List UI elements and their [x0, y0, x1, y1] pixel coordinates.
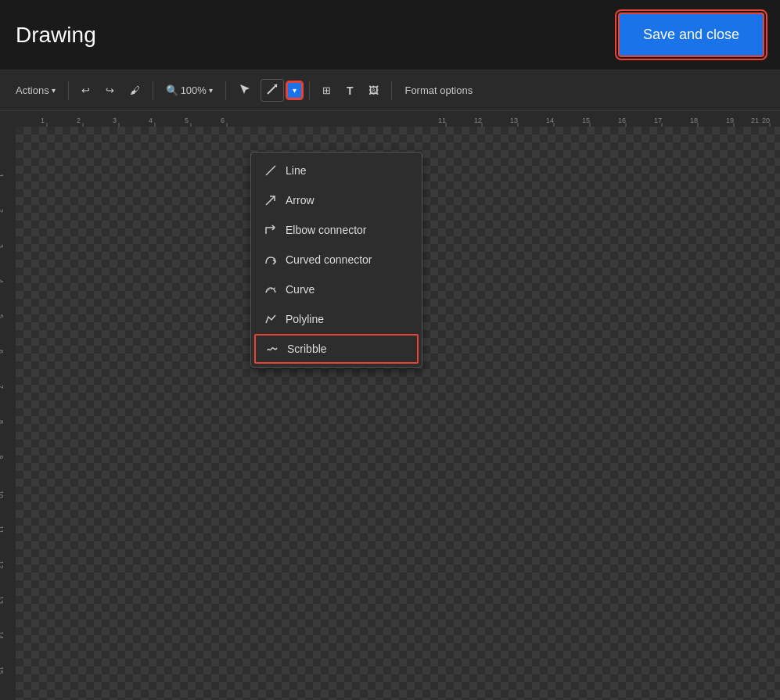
text-tool-icon: T — [347, 84, 354, 97]
menu-item-curve[interactable]: Curve — [251, 275, 422, 304]
ruler-left: 1 2 3 4 5 6 7 8 9 10 11 12 13 14 15 — [0, 127, 16, 700]
svg-text:14: 14 — [0, 631, 5, 639]
ruler-corner — [0, 111, 16, 127]
undo-icon: ↩ — [81, 84, 90, 96]
header: Drawing Save and close — [0, 0, 780, 70]
zoom-button[interactable]: 🔍 100% ▾ — [160, 80, 219, 101]
svg-text:7: 7 — [0, 385, 5, 389]
format-options-label: Format options — [404, 84, 473, 96]
svg-text:1: 1 — [0, 174, 5, 178]
menu-item-polyline-label: Polyline — [286, 313, 324, 325]
line-type-dropdown: Line Arrow Elbow connector — [250, 152, 422, 368]
menu-item-curved-connector[interactable]: Curved connector — [251, 245, 422, 275]
svg-text:5: 5 — [185, 117, 189, 124]
paint-format-button[interactable]: 🖌 — [124, 80, 146, 101]
curved-connector-icon — [264, 253, 278, 267]
svg-text:17: 17 — [654, 117, 662, 124]
svg-text:20: 20 — [762, 117, 770, 124]
menu-item-line[interactable]: Line — [251, 156, 422, 185]
svg-text:12: 12 — [0, 561, 5, 569]
actions-button[interactable]: Actions ▾ — [9, 80, 62, 101]
svg-text:16: 16 — [618, 117, 626, 124]
svg-text:13: 13 — [510, 117, 518, 124]
svg-text:6: 6 — [221, 117, 225, 124]
zoom-chevron-icon: ▾ — [209, 86, 213, 95]
toolbar: Actions ▾ ↩ ↪ 🖌 🔍 100% ▾ — [0, 70, 780, 111]
select-tool-button[interactable] — [232, 78, 257, 102]
svg-text:6: 6 — [0, 350, 5, 354]
menu-item-curve-label: Curve — [286, 283, 315, 296]
divider-5 — [391, 81, 392, 100]
menu-item-arrow[interactable]: Arrow — [251, 185, 422, 215]
line-icon — [264, 163, 278, 178]
arrow-icon — [264, 193, 278, 207]
svg-text:9: 9 — [0, 455, 5, 459]
page-title: Drawing — [16, 23, 96, 48]
svg-text:3: 3 — [0, 244, 5, 248]
divider-3 — [225, 81, 226, 100]
divider-1 — [68, 81, 69, 100]
menu-item-arrow-label: Arrow — [286, 194, 315, 206]
paint-format-icon: 🖌 — [130, 84, 140, 96]
curve-icon — [264, 282, 278, 296]
image-tool-icon: 🖼 — [368, 84, 379, 96]
svg-text:15: 15 — [0, 666, 5, 674]
ruler-top: 1 2 3 4 5 6 11 12 13 14 15 16 17 18 19 2… — [16, 111, 780, 127]
svg-text:5: 5 — [0, 314, 5, 318]
svg-text:13: 13 — [0, 596, 5, 604]
svg-text:4: 4 — [0, 279, 5, 283]
select-tool-icon — [239, 83, 251, 98]
svg-line-51 — [266, 196, 275, 205]
svg-text:4: 4 — [149, 117, 153, 124]
svg-text:15: 15 — [582, 117, 590, 124]
elbow-icon — [264, 223, 278, 237]
svg-text:3: 3 — [113, 117, 117, 124]
actions-chevron-icon: ▾ — [52, 86, 56, 95]
canvas-area: 1 2 3 4 5 6 11 12 13 14 15 16 17 18 19 2… — [0, 111, 780, 700]
svg-text:10: 10 — [0, 490, 5, 498]
line-tool-dropdown-button[interactable]: ▾ — [286, 81, 303, 99]
menu-item-scribble[interactable]: Scribble — [254, 334, 419, 364]
svg-text:2: 2 — [0, 209, 5, 213]
svg-text:11: 11 — [0, 526, 5, 533]
svg-text:19: 19 — [726, 117, 734, 124]
image-tool-button[interactable]: 🖼 — [362, 80, 385, 101]
shape-picker-button[interactable]: ⊞ — [316, 80, 337, 101]
text-tool-button[interactable]: T — [340, 80, 360, 102]
redo-button[interactable]: ↪ — [99, 80, 120, 101]
line-tool-icon — [266, 83, 279, 98]
svg-text:11: 11 — [438, 117, 446, 124]
svg-text:8: 8 — [0, 420, 5, 424]
svg-text:1: 1 — [41, 117, 45, 124]
shape-picker-icon: ⊞ — [322, 84, 331, 96]
polyline-icon — [264, 312, 278, 326]
svg-text:14: 14 — [546, 117, 554, 124]
svg-line-50 — [266, 166, 275, 175]
menu-item-elbow[interactable]: Elbow connector — [251, 215, 422, 245]
svg-text:21: 21 — [751, 117, 759, 124]
line-dropdown-chevron-icon: ▾ — [293, 86, 297, 95]
save-close-button[interactable]: Save and close — [618, 13, 764, 57]
menu-item-polyline[interactable]: Polyline — [251, 304, 422, 334]
zoom-icon: 🔍 — [166, 84, 178, 96]
svg-text:12: 12 — [474, 117, 482, 124]
undo-button[interactable]: ↩ — [75, 80, 96, 101]
format-options-button[interactable]: Format options — [398, 80, 479, 101]
zoom-level: 100% — [181, 84, 207, 96]
redo-icon: ↪ — [106, 84, 114, 96]
actions-label: Actions — [16, 84, 49, 96]
divider-2 — [153, 81, 153, 100]
svg-text:18: 18 — [690, 117, 698, 124]
svg-text:2: 2 — [77, 117, 81, 124]
menu-item-scribble-label: Scribble — [287, 343, 327, 355]
scribble-icon — [265, 342, 279, 356]
line-tool-button[interactable] — [261, 79, 284, 102]
menu-item-line-label: Line — [286, 164, 306, 177]
menu-item-curved-connector-label: Curved connector — [286, 253, 372, 266]
menu-item-elbow-label: Elbow connector — [286, 224, 367, 236]
divider-4 — [309, 81, 310, 100]
